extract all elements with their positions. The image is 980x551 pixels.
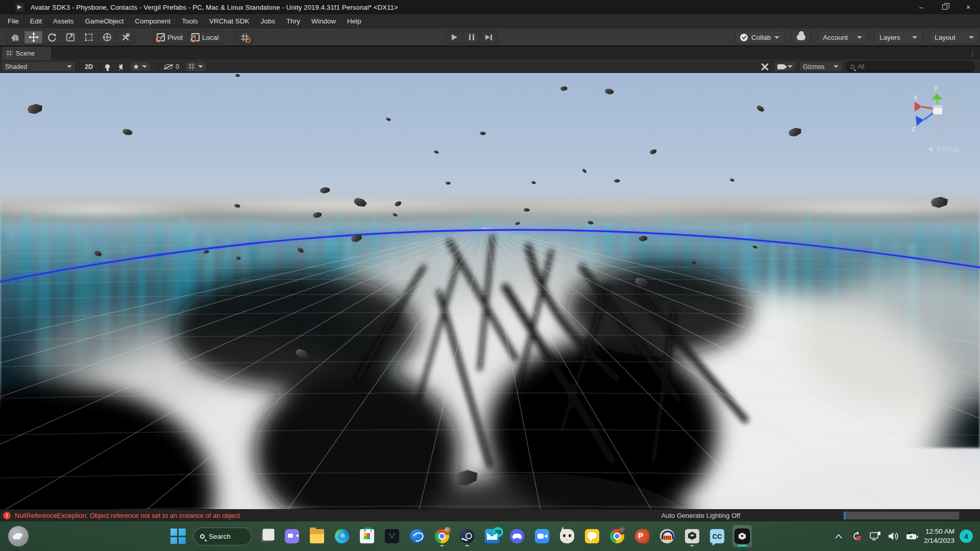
cloud-services-button[interactable]	[792, 31, 811, 44]
scene-search-field[interactable]: All	[846, 61, 975, 72]
taskbar-app-task-view[interactable]	[257, 525, 277, 547]
volume-icon[interactable]	[887, 530, 900, 543]
menu-item-assets[interactable]: Assets	[47, 14, 80, 29]
battery-power-icon[interactable]	[905, 530, 919, 543]
orientation-gizmo[interactable]: y x z	[904, 77, 971, 143]
move-tool-button[interactable]	[24, 31, 43, 44]
menu-bar: FileEditAssetsGameObjectComponentToolsVR…	[0, 14, 980, 29]
taskbar-app-zoom[interactable]	[532, 525, 552, 547]
projection-mode-label[interactable]: ◄ Persp	[926, 144, 960, 153]
notification-count-badge[interactable]: 4	[960, 530, 973, 543]
layers-dropdown[interactable]: Layers	[874, 31, 922, 44]
taskbar-clock[interactable]: 12:50 AM 2/14/2023	[924, 527, 954, 545]
menu-item-component[interactable]: Component	[129, 14, 176, 29]
play-button[interactable]	[446, 31, 463, 44]
taskbar-app-cc[interactable]: CC	[707, 525, 727, 547]
taskbar-app-discord[interactable]	[507, 525, 527, 547]
menu-item-thry[interactable]: Thry	[281, 14, 306, 29]
local-toggle[interactable]: Local	[188, 31, 224, 44]
scene-viewport[interactable]: y x z ◄ Persp	[0, 73, 980, 509]
taskbar-app-explorer[interactable]	[307, 525, 327, 547]
menu-item-jobs[interactable]: Jobs	[255, 14, 281, 29]
scene-grid-dropdown[interactable]	[185, 61, 207, 72]
toolbar-right-group: Collab Account Layers Layout	[735, 31, 979, 44]
taskbar-app-powerpoint[interactable]	[632, 525, 652, 547]
scene-effects-dropdown[interactable]	[130, 61, 151, 72]
taskbar-app-chrome[interactable]	[432, 525, 452, 547]
custom-tool-button[interactable]	[116, 31, 135, 44]
status-bar[interactable]: ! NullReferenceException: Object referen…	[0, 509, 980, 521]
taskbar-app-mail[interactable]: 39	[482, 525, 502, 547]
layout-dropdown[interactable]: Layout	[929, 31, 979, 44]
menu-item-gameobject[interactable]: GameObject	[80, 14, 130, 29]
taskbar-app-chrome[interactable]	[607, 525, 627, 547]
chevron-down-icon	[788, 65, 793, 68]
menu-item-window[interactable]: Window	[306, 14, 341, 29]
step-button[interactable]	[480, 31, 498, 44]
gizmos-dropdown[interactable]: Gizmos	[799, 61, 842, 72]
scene-camera-dropdown[interactable]	[774, 61, 796, 72]
taskbar-app-predator[interactable]	[382, 525, 402, 547]
menu-item-tools[interactable]: Tools	[176, 14, 204, 29]
menu-item-edit[interactable]: Edit	[24, 14, 47, 29]
rect-tool-button[interactable]	[80, 31, 98, 44]
scene-lighting-toggle[interactable]	[102, 61, 113, 72]
messages-icon	[585, 529, 599, 543]
hand-tool-icon	[11, 33, 20, 42]
taskbar-app-blue-swirl[interactable]	[407, 525, 427, 547]
taskbar-app-audacity[interactable]	[657, 525, 677, 547]
minimize-button[interactable]: –	[910, 0, 933, 14]
console-error-message[interactable]: NullReferenceException: Object reference…	[15, 512, 240, 519]
tab-context-menu-icon[interactable]: ⋮	[969, 49, 976, 57]
pivot-toggle[interactable]: Pivot	[153, 31, 188, 44]
scene-audio-toggle[interactable]	[115, 61, 126, 72]
hidden-objects-counter[interactable]: 0	[161, 61, 182, 72]
clock-time: 12:50 AM	[924, 527, 954, 536]
clock-date: 2/14/2023	[924, 536, 954, 545]
chevron-down-icon	[912, 36, 917, 39]
start-button[interactable]	[168, 525, 188, 547]
menu-item-file[interactable]: File	[2, 14, 24, 29]
scene-tools-button[interactable]	[757, 61, 772, 72]
effects-star-icon	[133, 64, 139, 69]
taskbar-app-store[interactable]	[357, 525, 377, 547]
toggle-2d-button[interactable]: 2D	[82, 61, 96, 72]
taskbar-search[interactable]: Search	[193, 528, 252, 545]
tab-scene[interactable]: Scene	[2, 46, 51, 60]
error-icon: !	[3, 512, 11, 519]
menu-item-help[interactable]: Help	[341, 14, 367, 29]
close-button[interactable]: ×	[957, 0, 980, 14]
search-icon	[200, 534, 205, 539]
chevron-down-icon	[142, 65, 147, 68]
system-tray: 12:50 AM 2/14/2023 4	[832, 521, 973, 551]
taskbar-app-steam[interactable]	[457, 525, 477, 547]
display-usb-icon[interactable]	[869, 530, 882, 543]
rotate-tool-button[interactable]	[43, 31, 61, 44]
restore-button[interactable]	[933, 0, 957, 14]
hand-tool-button[interactable]	[6, 31, 24, 44]
taskbar-app-messages[interactable]	[582, 525, 602, 547]
widgets-weather-icon[interactable]	[8, 526, 29, 546]
account-dropdown[interactable]: Account	[818, 31, 867, 44]
transform-tool-button[interactable]	[98, 31, 116, 44]
edge-icon	[335, 529, 349, 543]
menu-item-vrchat-sdk[interactable]: VRChat SDK	[204, 14, 255, 29]
scale-tool-button[interactable]	[61, 31, 80, 44]
taskbar-app-unity-hub[interactable]	[682, 525, 702, 547]
pause-button[interactable]	[463, 31, 480, 44]
chrome-icon	[610, 529, 624, 543]
taskbar-app-chat[interactable]	[282, 525, 302, 547]
lighting-progress-bar	[843, 511, 960, 520]
shading-mode-dropdown[interactable]: Shaded	[2, 61, 76, 72]
taskbar-app-unity-editor[interactable]	[732, 525, 752, 547]
taskbar-app-vrchat[interactable]	[557, 525, 577, 547]
eye-slash-icon	[164, 64, 173, 69]
grid-snap-button[interactable]	[236, 31, 253, 44]
taskbar-app-edge[interactable]	[332, 525, 352, 547]
update-sync-icon[interactable]	[850, 530, 864, 543]
collab-dropdown[interactable]: Collab	[735, 31, 785, 44]
steam-icon	[460, 529, 474, 543]
tray-chevron-up-icon[interactable]	[832, 530, 845, 543]
playback-controls	[446, 31, 498, 44]
unread-count-badge: 39	[493, 527, 503, 537]
